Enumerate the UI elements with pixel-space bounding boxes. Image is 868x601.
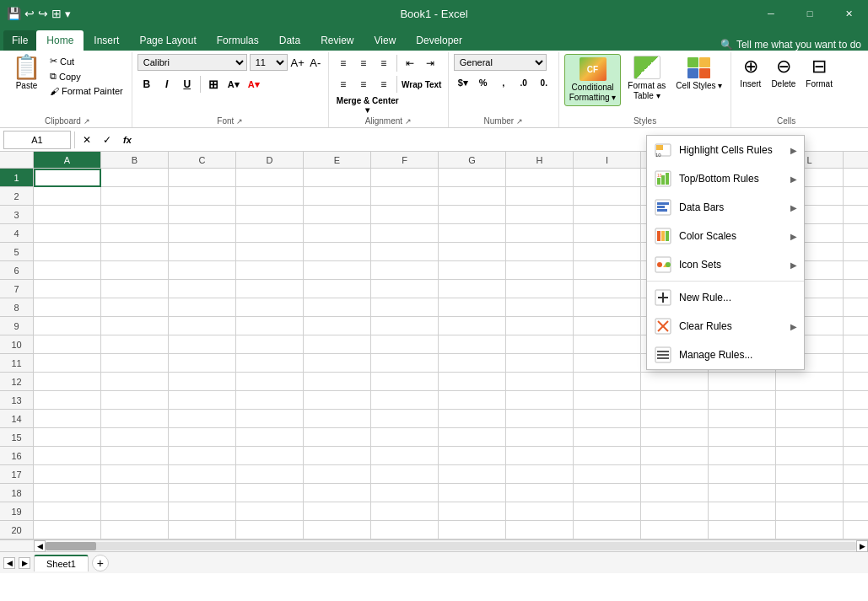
cell-H14[interactable] xyxy=(506,410,574,428)
cell-E3[interactable] xyxy=(304,206,371,224)
cell-D15[interactable] xyxy=(236,428,304,447)
cell-A8[interactable] xyxy=(34,298,101,317)
cell-D16[interactable] xyxy=(236,447,304,465)
cell-E17[interactable] xyxy=(304,465,371,484)
menu-item-manage-rules[interactable]: Manage Rules... xyxy=(647,341,804,369)
cell-H7[interactable] xyxy=(506,280,574,298)
col-header-D[interactable]: D xyxy=(236,152,304,169)
cell-K13[interactable] xyxy=(709,391,776,410)
cell-A14[interactable] xyxy=(34,410,101,428)
cell-F12[interactable] xyxy=(371,373,439,391)
cell-I4[interactable] xyxy=(574,224,641,243)
cell-D6[interactable] xyxy=(236,261,304,280)
cell-H2[interactable] xyxy=(506,187,574,206)
cell-E16[interactable] xyxy=(304,447,371,465)
row-header-5[interactable]: 5 xyxy=(0,243,34,261)
cell-C15[interactable] xyxy=(169,428,236,447)
menu-item-new-rule[interactable]: New Rule... xyxy=(647,283,804,312)
close-button[interactable]: ✕ xyxy=(829,0,868,27)
cell-M12[interactable] xyxy=(844,373,868,391)
cell-E1[interactable] xyxy=(304,169,371,187)
cell-B8[interactable] xyxy=(101,298,169,317)
cell-E2[interactable] xyxy=(304,187,371,206)
col-header-A[interactable]: A xyxy=(34,152,101,169)
cell-A17[interactable] xyxy=(34,465,101,484)
scroll-right-button[interactable]: ▶ xyxy=(856,540,868,552)
cell-F5[interactable] xyxy=(371,243,439,261)
cell-C9[interactable] xyxy=(169,317,236,335)
cell-D3[interactable] xyxy=(236,206,304,224)
cell-C12[interactable] xyxy=(169,373,236,391)
cell-F18[interactable] xyxy=(371,484,439,502)
cell-F13[interactable] xyxy=(371,391,439,410)
cell-C6[interactable] xyxy=(169,261,236,280)
redo-icon[interactable]: ↪ xyxy=(38,7,48,20)
row-header-8[interactable]: 8 xyxy=(0,298,34,317)
row-header-6[interactable]: 6 xyxy=(0,261,34,280)
cell-F14[interactable] xyxy=(371,410,439,428)
cell-I3[interactable] xyxy=(574,206,641,224)
cell-L17[interactable] xyxy=(776,465,844,484)
cell-J14[interactable] xyxy=(641,410,709,428)
cell-A13[interactable] xyxy=(34,391,101,410)
cell-J17[interactable] xyxy=(641,465,709,484)
cell-H18[interactable] xyxy=(506,484,574,502)
format-painter-button[interactable]: 🖌 Format Painter xyxy=(46,84,127,98)
maximize-button[interactable]: □ xyxy=(790,0,829,27)
cell-G19[interactable] xyxy=(439,502,506,521)
row-header-1[interactable]: 1 xyxy=(0,169,34,187)
cell-D19[interactable] xyxy=(236,502,304,521)
row-header-16[interactable]: 16 xyxy=(0,447,34,465)
cell-I2[interactable] xyxy=(574,187,641,206)
menu-item-clear-rules[interactable]: Clear Rules ▶ xyxy=(647,312,804,341)
cell-G12[interactable] xyxy=(439,373,506,391)
font-name-select[interactable]: Calibri xyxy=(137,54,247,71)
sheet-scroll-left-button[interactable]: ◀ xyxy=(3,557,15,569)
cell-F6[interactable] xyxy=(371,261,439,280)
cell-I17[interactable] xyxy=(574,465,641,484)
cell-M4[interactable] xyxy=(844,224,868,243)
cell-D18[interactable] xyxy=(236,484,304,502)
cell-F19[interactable] xyxy=(371,502,439,521)
cell-A11[interactable] xyxy=(34,354,101,373)
cell-E6[interactable] xyxy=(304,261,371,280)
font-color-button[interactable]: A▾ xyxy=(245,75,263,94)
col-header-G[interactable]: G xyxy=(439,152,506,169)
undo-icon[interactable]: ↩ xyxy=(24,7,35,20)
cell-C20[interactable] xyxy=(169,521,236,539)
cell-G2[interactable] xyxy=(439,187,506,206)
name-box[interactable] xyxy=(3,131,71,149)
comma-format-button[interactable]: , xyxy=(494,73,513,92)
cell-M14[interactable] xyxy=(844,410,868,428)
cell-K18[interactable] xyxy=(709,484,776,502)
cell-B10[interactable] xyxy=(101,335,169,354)
cell-G20[interactable] xyxy=(439,521,506,539)
cell-J16[interactable] xyxy=(641,447,709,465)
cell-M7[interactable] xyxy=(844,280,868,298)
formula-cancel-button[interactable]: ✕ xyxy=(78,131,95,148)
cell-M17[interactable] xyxy=(844,465,868,484)
align-top-left-button[interactable]: ≡ xyxy=(334,54,353,72)
cell-M15[interactable] xyxy=(844,428,868,447)
row-header-14[interactable]: 14 xyxy=(0,410,34,428)
cell-C7[interactable] xyxy=(169,280,236,298)
cell-C8[interactable] xyxy=(169,298,236,317)
cell-A18[interactable] xyxy=(34,484,101,502)
cell-B7[interactable] xyxy=(101,280,169,298)
cell-D8[interactable] xyxy=(236,298,304,317)
cell-E8[interactable] xyxy=(304,298,371,317)
font-size-increase-button[interactable]: A+ xyxy=(290,55,305,70)
cell-K19[interactable] xyxy=(709,502,776,521)
cell-A7[interactable] xyxy=(34,280,101,298)
cell-G9[interactable] xyxy=(439,317,506,335)
cell-A16[interactable] xyxy=(34,447,101,465)
cell-I13[interactable] xyxy=(574,391,641,410)
cell-K20[interactable] xyxy=(709,521,776,539)
cell-B13[interactable] xyxy=(101,391,169,410)
cell-B19[interactable] xyxy=(101,502,169,521)
cell-E19[interactable] xyxy=(304,502,371,521)
cell-I16[interactable] xyxy=(574,447,641,465)
cell-I15[interactable] xyxy=(574,428,641,447)
cell-G15[interactable] xyxy=(439,428,506,447)
cut-button[interactable]: ✂ Cut xyxy=(46,54,127,68)
